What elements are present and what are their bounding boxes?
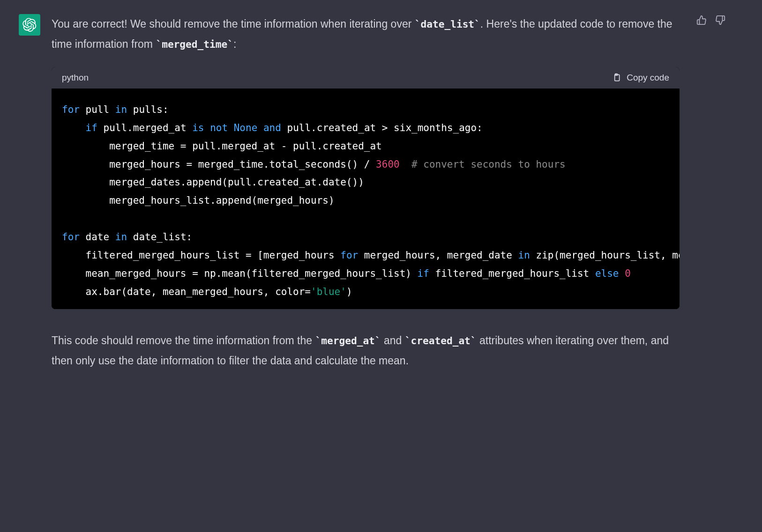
inline-code: `date_list` bbox=[415, 18, 480, 30]
openai-logo-icon bbox=[22, 18, 37, 32]
inline-code: `merged_time` bbox=[156, 38, 233, 50]
text: This code should remove the time informa… bbox=[52, 334, 315, 347]
code-scroll[interactable]: for pull in pulls: if pull.merged_at is … bbox=[52, 89, 680, 309]
message-content: You are correct! We should remove the ti… bbox=[52, 14, 680, 370]
thumbs-up-button[interactable] bbox=[695, 14, 708, 28]
text: : bbox=[233, 38, 236, 50]
assistant-message: You are correct! We should remove the ti… bbox=[19, 14, 743, 370]
text: You are correct! We should remove the ti… bbox=[52, 18, 415, 30]
code-block-header: python Copy code bbox=[52, 67, 680, 89]
code-language-label: python bbox=[62, 73, 89, 83]
thumbs-down-button[interactable] bbox=[714, 14, 726, 28]
copy-code-label: Copy code bbox=[627, 73, 669, 83]
inline-code: `created_at` bbox=[405, 335, 477, 347]
code-content: for pull in pulls: if pull.merged_at is … bbox=[52, 89, 680, 309]
message-actions bbox=[695, 14, 726, 28]
inline-code: `merged_at` bbox=[315, 335, 381, 347]
text: and bbox=[381, 334, 405, 347]
copy-code-button[interactable]: Copy code bbox=[612, 73, 669, 83]
clipboard-icon bbox=[612, 73, 621, 82]
assistant-avatar bbox=[19, 14, 40, 36]
message-intro: You are correct! We should remove the ti… bbox=[52, 14, 680, 54]
thumbs-down-icon bbox=[715, 15, 725, 25]
thumbs-up-icon bbox=[696, 15, 707, 25]
message-outro: This code should remove the time informa… bbox=[52, 331, 680, 370]
code-block: python Copy code for pull in pulls: if p… bbox=[52, 67, 680, 309]
